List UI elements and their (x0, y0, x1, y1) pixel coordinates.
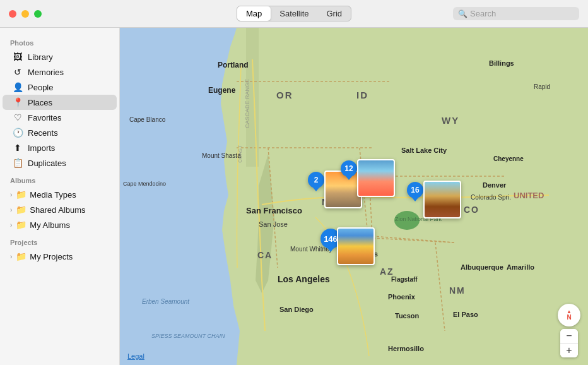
section-label-photos: Photos (0, 33, 119, 49)
sidebar: Photos 🖼 Library ↺ Memories 👤 People 📍 P… (0, 28, 120, 365)
tab-map[interactable]: Map (237, 6, 271, 21)
svg-text:COAST: COAST (237, 145, 243, 163)
people-icon: 👤 (13, 82, 23, 92)
search-icon: 🔍 (458, 9, 467, 18)
sidebar-item-media-types[interactable]: › 📁 Media Types (3, 187, 117, 202)
close-button[interactable] (9, 10, 16, 18)
map-pin-1[interactable]: 2 (308, 172, 324, 188)
maximize-button[interactable] (34, 10, 42, 18)
chevron-icon-3: › (10, 222, 12, 229)
svg-point-13 (394, 211, 420, 230)
sidebar-item-label-shared-albums: Shared Albums (30, 205, 85, 215)
favorites-icon: ♡ (13, 112, 23, 123)
titlebar: Map Satellite Grid 🔍 (0, 0, 588, 28)
sidebar-item-label-media-types: Media Types (30, 190, 76, 200)
imports-icon: ⬆ (13, 143, 23, 153)
my-projects-folder-icon: 📁 (16, 251, 26, 261)
sidebar-item-my-albums[interactable]: › 📁 My Albums (3, 217, 117, 232)
shared-albums-folder-icon: 📁 (16, 205, 26, 215)
toolbar-center: Map Satellite Grid (237, 6, 351, 21)
sidebar-item-label-my-projects: My Projects (30, 252, 73, 261)
photo-person (358, 160, 394, 196)
sidebar-item-shared-albums[interactable]: › 📁 Shared Albums (3, 202, 117, 217)
memories-icon: ↺ (13, 67, 23, 77)
recents-icon: 🕐 (13, 128, 23, 138)
sidebar-item-label-library: Library (28, 52, 53, 62)
media-types-folder-icon: 📁 (16, 189, 26, 200)
places-icon: 📍 (13, 97, 23, 107)
zoom-minus-button[interactable]: − (560, 329, 578, 343)
sidebar-item-label-places: Places (28, 98, 52, 107)
minimize-button[interactable] (21, 10, 29, 18)
map-area[interactable]: CASCADE RANGE COAST Portland Eugene Cape… (120, 28, 588, 365)
chevron-icon: › (10, 191, 12, 198)
map-pin-2[interactable]: 12 (341, 160, 357, 177)
sidebar-item-label-recents: Recents (28, 128, 58, 138)
duplicates-icon: 📋 (13, 158, 23, 168)
sidebar-item-places[interactable]: 📍 Places (3, 95, 117, 110)
tab-satellite[interactable]: Satellite (271, 6, 317, 21)
map-pin-4[interactable]: 146 (320, 229, 341, 249)
photo-beach (326, 172, 361, 207)
chevron-icon-2: › (10, 206, 12, 213)
sidebar-item-favorites[interactable]: ♡ Favorites (3, 110, 117, 125)
section-label-albums: Albums (0, 171, 119, 187)
tab-grid[interactable]: Grid (317, 6, 351, 21)
sidebar-item-label-people: People (28, 83, 53, 92)
map-controls: ▲ N − + (558, 304, 580, 357)
traffic-lights (0, 10, 42, 18)
sidebar-item-label-my-albums: My Albums (30, 220, 70, 230)
main-content: Photos 🖼 Library ↺ Memories 👤 People 📍 P… (0, 28, 588, 365)
pin-count-1: 2 (308, 172, 324, 188)
sidebar-item-label-duplicates: Duplicates (28, 159, 66, 168)
map-pin-3[interactable]: 16 (407, 182, 423, 198)
compass-label: N (567, 314, 571, 321)
sidebar-item-label-imports: Imports (28, 143, 55, 153)
sidebar-item-my-projects[interactable]: › 📁 My Projects (3, 249, 117, 264)
sidebar-item-label-memories: Memories (28, 68, 64, 77)
sidebar-item-memories[interactable]: ↺ Memories (3, 64, 117, 80)
pin-count-2: 12 (341, 160, 357, 177)
svg-marker-1 (221, 28, 588, 365)
sidebar-item-label-favorites: Favorites (28, 113, 61, 123)
search-bar[interactable]: 🔍 (453, 7, 579, 20)
sidebar-item-duplicates[interactable]: 📋 Duplicates (3, 155, 117, 171)
pin-count-3: 16 (407, 182, 423, 198)
section-label-projects: Projects (0, 232, 119, 249)
library-icon: 🖼 (13, 52, 23, 62)
sidebar-item-people[interactable]: 👤 People (3, 80, 117, 95)
sidebar-item-library[interactable]: 🖼 Library (3, 49, 117, 64)
sidebar-item-imports[interactable]: ⬆ Imports (3, 140, 117, 155)
view-tabs: Map Satellite Grid (237, 6, 351, 21)
pin-thumbnail-3 (423, 181, 461, 218)
zoom-plus-button[interactable]: + (560, 344, 578, 357)
search-input[interactable] (470, 9, 574, 18)
pin-thumbnail-4 (337, 227, 375, 265)
my-albums-folder-icon: 📁 (16, 220, 26, 230)
legal-link[interactable]: Legal (127, 352, 144, 360)
pin-thumbnail-2 (357, 159, 395, 197)
photo-person2 (338, 229, 373, 264)
photo-canyon (425, 182, 460, 217)
sidebar-item-recents[interactable]: 🕐 Recents (3, 125, 117, 140)
zoom-controls: − + (560, 329, 578, 357)
svg-text:CASCADE RANGE: CASCADE RANGE (244, 79, 250, 128)
chevron-icon-4: › (10, 253, 12, 260)
compass[interactable]: ▲ N (558, 304, 580, 326)
